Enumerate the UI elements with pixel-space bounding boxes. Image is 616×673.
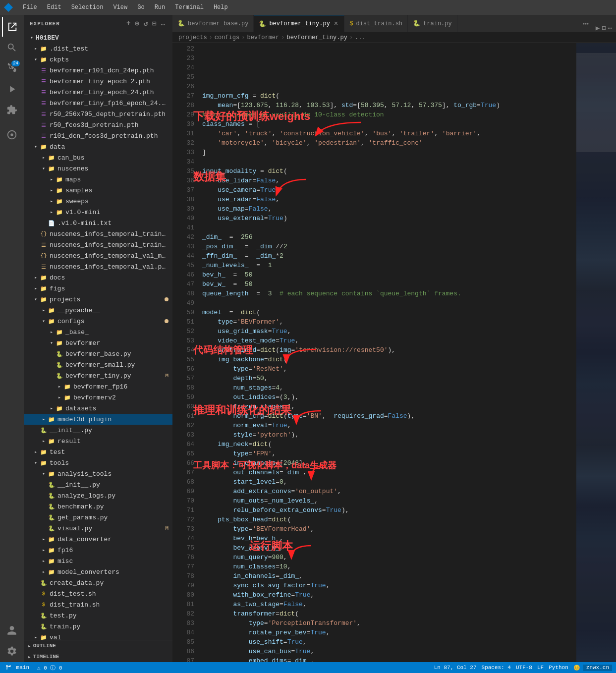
tree-pycache[interactable]: ▸ 📁 __pycache__	[24, 305, 172, 316]
breadcrumb-configs[interactable]: configs	[215, 34, 239, 41]
breadcrumb-bevformer[interactable]: bevformer	[247, 34, 279, 41]
tree-misc[interactable]: ▸ 📁 misc	[24, 556, 172, 566]
tree-nuscenes-pkl1[interactable]: ☰ nuscenes_infos_temporal_train.pkl	[24, 239, 172, 250]
tree-base[interactable]: ▸ 📁 _base_	[24, 327, 172, 337]
tree-bevformerv2[interactable]: ▸ 📁 bevformerv2	[24, 392, 172, 403]
tree-ckpts[interactable]: ▾ 📁 ckpts	[24, 54, 172, 65]
tab-train[interactable]: 🐍 train.py	[408, 15, 457, 32]
menu-edit[interactable]: Edit	[45, 3, 63, 12]
tab-close-button[interactable]: ×	[333, 19, 339, 29]
tree-dist-train-sh[interactable]: $ dist_train.sh	[24, 599, 172, 610]
tree-visual[interactable]: 🐍 visual.py M	[24, 523, 172, 534]
code-content[interactable]: img_norm_cfg = dict( mean=[123.675, 116.…	[198, 43, 576, 662]
tree-bevformer-tiny[interactable]: 🐍 bevformer_tiny.py M	[24, 370, 172, 381]
tree-configs[interactable]: ▾ 📁 configs	[24, 316, 172, 327]
more-actions-icon[interactable]: …	[160, 18, 167, 29]
tree-pth-5[interactable]: ☰ r50_256x705_depth_pretrain.pth	[24, 109, 172, 119]
tree-result[interactable]: ▸ 📁 result	[24, 436, 172, 447]
tree-mmdet3d[interactable]: ▸ 📁 mmdet3d_plugin	[24, 414, 172, 425]
split-editor-icon[interactable]: ⊟	[602, 24, 606, 32]
tree-can-bus[interactable]: ▸ 📁 can_bus	[24, 152, 172, 163]
menu-bar[interactable]: File Edit Selection View Go Run Terminal…	[21, 3, 230, 12]
tree-maps[interactable]: ▸ 📁 maps	[24, 174, 172, 185]
menu-selection[interactable]: Selection	[69, 3, 106, 12]
tree-bevformer-base[interactable]: 🐍 bevformer_base.py	[24, 348, 172, 359]
breadcrumb-file[interactable]: bevformer_tiny.py	[286, 34, 347, 41]
tree-v10txt[interactable]: 📄 .v1.0-mini.txt	[24, 218, 172, 228]
tree-docs[interactable]: ▸ 📁 docs	[24, 272, 172, 283]
tree-datasets[interactable]: ▸ 📁 datasets	[24, 403, 172, 414]
tree-figs[interactable]: ▸ 📁 figs	[24, 283, 172, 294]
timeline-section[interactable]: ▸ TIMELINE	[24, 651, 172, 662]
tree-init-py[interactable]: 🐍 __init__.py	[24, 425, 172, 436]
status-language[interactable]: Python	[547, 665, 570, 671]
menu-view[interactable]: View	[111, 3, 129, 12]
refresh-icon[interactable]: ↺	[143, 18, 149, 29]
tab-dist-train[interactable]: $ dist_train.sh	[344, 15, 408, 32]
tree-benchmark[interactable]: 🐍 benchmark.py	[24, 501, 172, 512]
activity-settings[interactable]	[2, 641, 22, 661]
tab-bevformer-base[interactable]: 🐍 bevformer_base.py	[172, 15, 254, 32]
tree-samples[interactable]: ▸ 📁 samples	[24, 185, 172, 196]
activity-search[interactable]	[2, 38, 22, 57]
status-spaces[interactable]: Spaces: 4	[480, 665, 513, 671]
tree-pth-1[interactable]: ☰ bevformer_r101_dcn_24ep.pth	[24, 65, 172, 76]
tree-fp16[interactable]: ▸ 📁 fp16	[24, 545, 172, 556]
tree-nuscenes[interactable]: ▾ 📁 nuscenes	[24, 163, 172, 174]
status-branch[interactable]: main	[4, 665, 31, 671]
tree-v10mini[interactable]: ▸ 📁 v1.0-mini	[24, 207, 172, 218]
tree-bevformer-fp16[interactable]: ▸ 📁 bevformer_fp16	[24, 381, 172, 392]
tree-bevformer-small[interactable]: 🐍 bevformer_small.py	[24, 359, 172, 370]
tree-pth-4[interactable]: ☰ bevformer_tiny_fp16_epoch_24.pth	[24, 98, 172, 109]
workspace-root[interactable]: ▾ H01BEV	[24, 32, 172, 43]
menu-file[interactable]: File	[21, 3, 39, 12]
new-folder-icon[interactable]: ⊕	[134, 18, 140, 29]
activity-explorer[interactable]	[2, 17, 22, 37]
tree-get-params[interactable]: 🐍 get_params.py	[24, 512, 172, 523]
tree-bevformer-folder[interactable]: ▾ 📁 bevformer	[24, 337, 172, 348]
tree-tools[interactable]: ▾ 📁 tools	[24, 457, 172, 468]
tree-nuscenes-pkl2[interactable]: ☰ nuscenes_infos_temporal_val.pkl	[24, 261, 172, 272]
menu-go[interactable]: Go	[135, 3, 146, 12]
tree-pth-7[interactable]: ☰ r101_dcn_fcos3d_pretrain.pth	[24, 130, 172, 141]
tab-more-button[interactable]	[578, 15, 594, 32]
tree-analyze-logs[interactable]: 🐍 analyze_logs.py	[24, 490, 172, 501]
tree-dist-test[interactable]: ▸ 📁 .dist_test	[24, 43, 172, 54]
breadcrumb-symbol[interactable]: ...	[355, 34, 366, 41]
tree-create-data[interactable]: 🐍 create_data.py	[24, 577, 172, 588]
tree-nuscenes-json1[interactable]: {} nuscenes_infos_temporal_train_mono3d.…	[24, 228, 172, 239]
activity-run[interactable]	[2, 79, 22, 99]
status-encoding[interactable]: UTF-8	[514, 665, 534, 671]
status-ln-col[interactable]: Ln 87, Col 27	[432, 665, 479, 671]
new-file-icon[interactable]: +	[125, 18, 132, 29]
activity-accounts[interactable]	[2, 620, 22, 640]
breadcrumb-projects[interactable]: projects	[178, 34, 207, 41]
tree-nuscenes-json2[interactable]: {} nuscenes_infos_temporal_val_mono3d.co…	[24, 250, 172, 261]
tree-dist-test-sh[interactable]: $ dist_test.sh	[24, 588, 172, 599]
tree-train-py[interactable]: 🐍 train.py	[24, 621, 172, 632]
tree-test[interactable]: ▸ 📁 test	[24, 447, 172, 457]
tree-projects[interactable]: ▾ 📁 projects	[24, 294, 172, 305]
minimap-slider[interactable]	[576, 53, 616, 152]
tree-model-converters[interactable]: ▸ 📁 model_converters	[24, 566, 172, 577]
status-remote[interactable]: znwx.cn	[583, 665, 612, 671]
more-actions-icon[interactable]: ⋯	[608, 24, 612, 32]
status-feedback[interactable]: 😊	[571, 665, 582, 671]
tree-pth-6[interactable]: ☰ r50_fcos3d_pretrain.pth	[24, 119, 172, 130]
outline-section[interactable]: ▸ OUTLINE	[24, 640, 172, 651]
activity-remote[interactable]	[2, 125, 22, 145]
menu-help[interactable]: Help	[212, 3, 230, 12]
menu-run[interactable]: Run	[153, 3, 168, 12]
status-errors[interactable]: ⚠ 0 ⓘ 0	[35, 664, 64, 672]
menu-terminal[interactable]: Terminal	[173, 3, 206, 12]
tab-bevformer-tiny[interactable]: 🐍 bevformer_tiny.py ×	[254, 15, 344, 32]
run-icon[interactable]: ▶	[596, 24, 600, 32]
tree-pth-3[interactable]: ☰ bevformer_tiny_epoch_24.pth	[24, 87, 172, 98]
tree-data[interactable]: ▾ 📁 data	[24, 141, 172, 152]
tree-pth-2[interactable]: ☰ bevformer_tiny_epoch_2.pth	[24, 76, 172, 87]
tree-sweeps[interactable]: ▸ 📁 sweeps	[24, 196, 172, 207]
activity-extensions[interactable]	[2, 100, 22, 120]
activity-source-control[interactable]: 24	[2, 58, 22, 78]
tree-val[interactable]: ▸ 📁 val	[24, 632, 172, 640]
tree-data-converter[interactable]: ▸ 📁 data_converter	[24, 534, 172, 545]
